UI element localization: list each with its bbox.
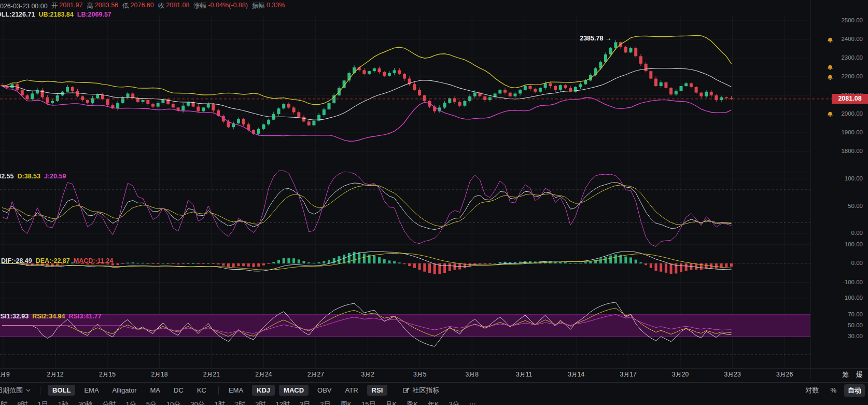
- interval-item[interactable]: 1分: [125, 400, 136, 405]
- alert-marker-icon[interactable]: [828, 75, 833, 80]
- alert-marker-icon[interactable]: [828, 112, 833, 117]
- interval-item[interactable]: 8时: [17, 400, 27, 405]
- interval-item[interactable]: 30秒: [78, 400, 92, 405]
- axis-tick-label: 2000.00: [836, 110, 863, 117]
- axis-tick-label: 100.00: [836, 175, 863, 181]
- date-tick-label: 3月5: [413, 370, 426, 379]
- toolbar-separator: [218, 386, 219, 395]
- macd-histogram: [1, 252, 733, 274]
- interval-item[interactable]: 3时: [255, 400, 265, 405]
- chips-distribution-button[interactable]: 筹: [842, 370, 849, 380]
- date-tick-label: 3月14: [568, 370, 584, 379]
- interval-item[interactable]: 3日: [300, 400, 310, 405]
- interval-item[interactable]: 分时: [102, 400, 116, 405]
- date-tick-label: 2月12: [47, 370, 63, 379]
- interval-item[interactable]: 30分: [190, 400, 204, 405]
- edit-icon: [403, 387, 410, 394]
- date-tick-label: 3月17: [620, 370, 637, 379]
- indicator-boll[interactable]: BOLL: [48, 385, 75, 396]
- boll-mid-line: [2, 68, 732, 120]
- interval-item[interactable]: 周K: [340, 400, 352, 405]
- indicator-ema[interactable]: EMA: [79, 385, 103, 396]
- liquidation-button[interactable]: 爆: [856, 370, 863, 380]
- interval-item[interactable]: 1秒: [58, 400, 68, 405]
- indicator-ma[interactable]: MA: [146, 385, 165, 396]
- date-tick-label: 2月15: [99, 370, 116, 379]
- interval-item[interactable]: 3分: [449, 400, 459, 405]
- axis-tick-label: 1900.00: [836, 129, 863, 135]
- community-indicators-button[interactable]: 社区指标: [403, 386, 439, 395]
- interval-item[interactable]: 年K: [428, 400, 439, 405]
- axis-tick-label: 2500.00: [836, 17, 863, 23]
- axis-tick-label: 0.00: [836, 260, 863, 266]
- interval-item[interactable]: 1时: [215, 400, 225, 405]
- date-tick-label: 2月9: [0, 370, 10, 379]
- indicator-atr[interactable]: ATR: [341, 385, 363, 396]
- interval-item[interactable]: 月K: [386, 400, 397, 405]
- toolbar-separator: [40, 386, 40, 395]
- alert-marker-icon[interactable]: [828, 65, 833, 70]
- chart-canvas[interactable]: [0, 0, 868, 382]
- scale-自动[interactable]: 自动: [844, 384, 865, 397]
- arrow-right-icon: →: [605, 35, 612, 42]
- axis-tick-label: 0.00: [836, 230, 863, 236]
- axis-tick-label: 2200.00: [836, 73, 863, 79]
- current-price-tag: 2081.08: [832, 94, 868, 104]
- indicator-rsi[interactable]: RSI: [367, 385, 388, 396]
- date-tick-label: 2月27: [307, 370, 324, 379]
- date-tick-label: 3月20: [672, 370, 689, 379]
- axis-tick-label: -100.00: [836, 279, 863, 285]
- axis-tick-label: 2400.00: [836, 36, 863, 42]
- indicator-dc[interactable]: DC: [169, 385, 188, 396]
- interval-item[interactable]: 15日: [361, 400, 375, 405]
- axis-tick-label: 50.00: [836, 203, 863, 209]
- axis-tick-label: 2300.00: [836, 54, 863, 61]
- indicator-kdj[interactable]: KDJ: [252, 385, 275, 396]
- axis-tick-label: 50.00: [836, 322, 863, 328]
- indicator-obv[interactable]: OBV: [313, 385, 336, 396]
- interval-item[interactable]: 2日: [320, 400, 330, 405]
- interval-item[interactable]: 2时: [235, 400, 245, 405]
- community-indicators-label: 社区指标: [412, 386, 439, 395]
- indicator-kc[interactable]: KC: [192, 385, 211, 396]
- kdj-j-line: [2, 171, 732, 246]
- interval-item[interactable]: 10分: [166, 400, 180, 405]
- chevron-down-icon: [26, 389, 31, 392]
- date-range-selector[interactable]: 日期范围: [0, 386, 31, 395]
- indicator-alligator[interactable]: Alligator: [108, 385, 142, 396]
- kdj-d-line: [2, 185, 732, 227]
- date-tick-label: 2月21: [203, 370, 220, 379]
- axis-tick-label: 30.00: [836, 333, 863, 339]
- interval-item[interactable]: 5分: [146, 400, 157, 405]
- scale-%[interactable]: %: [827, 385, 840, 396]
- axis-tick-label: 100.00: [836, 295, 863, 301]
- axis-tick-label: 70.00: [836, 311, 863, 317]
- date-tick-label: 2月18: [151, 370, 167, 379]
- indicator-macd[interactable]: MACD: [279, 385, 309, 396]
- interval-item[interactable]: ⋯: [469, 400, 476, 405]
- trading-chart-app: 2026-03-23 00:00 开2081.97高2083.56低2076.6…: [0, 0, 868, 405]
- interval-item[interactable]: 季K: [407, 400, 418, 405]
- interval-item[interactable]: 1日: [37, 400, 48, 405]
- axis-divider: [0, 368, 868, 369]
- date-tick-label: 3月26: [776, 370, 793, 379]
- date-tick-label: 3月8: [466, 370, 479, 379]
- axis-tick-label: 1800.00: [836, 148, 863, 154]
- interval-strip: 4时8时1日1秒30秒分时1分5分10分30分1时2时3时12时3日2日周K15…: [0, 398, 868, 405]
- alert-marker-icon[interactable]: [828, 38, 833, 43]
- candlesticks: [1, 40, 733, 135]
- axis-tick-label: 100.00: [836, 241, 863, 247]
- date-tick-label: 3月23: [724, 370, 741, 379]
- interval-item[interactable]: 4时: [0, 400, 7, 405]
- peak-price-annotation: 2385.78 →: [554, 35, 611, 42]
- date-tick-label: 2月24: [255, 370, 272, 379]
- indicator-ema[interactable]: EMA: [224, 385, 248, 396]
- indicator-toolbar: 日期范围 BOLLEMAAlligatorMADCKC EMAKDJMACDOB…: [0, 383, 868, 398]
- scale-对数[interactable]: 对数: [802, 384, 822, 397]
- date-tick-label: 3月11: [516, 370, 532, 379]
- date-range-label: 日期范围: [0, 386, 23, 395]
- peak-price-label: 2385.78: [580, 35, 603, 42]
- date-tick-label: 3月2: [361, 370, 374, 379]
- interval-item[interactable]: 12时: [276, 400, 290, 405]
